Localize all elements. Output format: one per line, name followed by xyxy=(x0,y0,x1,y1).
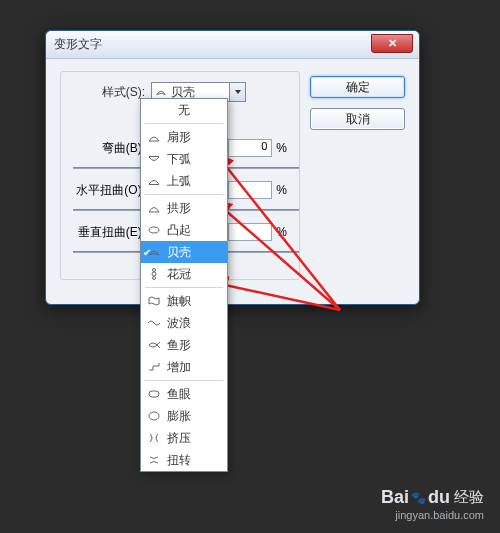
dropdown-item-fish[interactable]: 鱼形 xyxy=(141,334,227,356)
flag-icon xyxy=(147,294,161,308)
dropdown-label: 波浪 xyxy=(167,315,191,332)
check-icon: ✔ xyxy=(143,247,151,258)
dropdown-item-flower[interactable]: 花冠 xyxy=(141,263,227,285)
dropdown-label: 凸起 xyxy=(167,222,191,239)
dropdown-separator xyxy=(145,287,223,288)
dropdown-label: 鱼形 xyxy=(167,337,191,354)
dropdown-label: 贝壳 xyxy=(167,244,191,261)
dropdown-label: 挤压 xyxy=(167,430,191,447)
arc-up-icon xyxy=(147,174,161,188)
watermark: Bai 🐾 du 经验 jingyan.baidu.com xyxy=(381,487,484,521)
style-label: 样式(S): xyxy=(73,84,145,101)
none-label: 无 xyxy=(178,102,190,119)
dropdown-item-arc-down[interactable]: 下弧 xyxy=(141,148,227,170)
close-button[interactable]: ✕ xyxy=(371,34,413,53)
dropdown-item-fisheye[interactable]: 鱼眼 xyxy=(141,383,227,405)
dropdown-item-bulge[interactable]: 凸起 xyxy=(141,219,227,241)
svg-point-4 xyxy=(153,269,156,272)
dropdown-item-none[interactable]: 无 xyxy=(141,99,227,121)
twist-icon xyxy=(147,453,161,467)
watermark-url: jingyan.baidu.com xyxy=(381,509,484,521)
svg-point-7 xyxy=(149,412,159,420)
dropdown-item-rise[interactable]: 增加 xyxy=(141,356,227,378)
svg-rect-0 xyxy=(149,156,159,157)
dropdown-item-arc-up[interactable]: 上弧 xyxy=(141,170,227,192)
titlebar[interactable]: 变形文字 ✕ xyxy=(46,31,419,59)
svg-point-3 xyxy=(152,272,156,276)
v-distort-label: 垂直扭曲(E): xyxy=(73,224,145,241)
dropdown-item-shell[interactable]: ✔贝壳 xyxy=(141,241,227,263)
dropdown-item-twist[interactable]: 扭转 xyxy=(141,449,227,471)
dialog-title: 变形文字 xyxy=(54,36,102,53)
dropdown-label: 上弧 xyxy=(167,173,191,190)
h-distort-input[interactable] xyxy=(228,181,272,199)
arch-icon xyxy=(147,201,161,215)
dropdown-label: 下弧 xyxy=(167,151,191,168)
rise-icon xyxy=(147,360,161,374)
warp-text-dialog: 变形文字 ✕ 样式(S): 贝壳 xyxy=(45,30,420,305)
dropdown-separator xyxy=(145,380,223,381)
close-icon: ✕ xyxy=(388,37,397,49)
svg-point-5 xyxy=(153,277,156,280)
chevron-down-icon xyxy=(229,83,245,101)
ok-button[interactable]: 确定 xyxy=(310,76,405,98)
shell-icon xyxy=(155,86,167,98)
dropdown-label: 膨胀 xyxy=(167,408,191,425)
dropdown-label: 旗帜 xyxy=(167,293,191,310)
h-distort-label: 水平扭曲(O): xyxy=(73,182,145,199)
fisheye-icon xyxy=(147,387,161,401)
fan-icon xyxy=(147,130,161,144)
dropdown-item-inflate[interactable]: 膨胀 xyxy=(141,405,227,427)
svg-rect-1 xyxy=(149,184,159,185)
dropdown-separator xyxy=(145,123,223,124)
paw-icon: 🐾 xyxy=(411,491,426,505)
watermark-brand: Bai 🐾 du 经验 xyxy=(381,487,484,508)
inflate-icon xyxy=(147,409,161,423)
bulge-icon xyxy=(147,223,161,237)
dropdown-label: 增加 xyxy=(167,359,191,376)
dropdown-separator xyxy=(145,194,223,195)
dropdown-label: 鱼眼 xyxy=(167,386,191,403)
dropdown-item-squeeze[interactable]: 挤压 xyxy=(141,427,227,449)
fish-icon xyxy=(147,338,161,352)
squeeze-icon xyxy=(147,431,161,445)
percent-label: % xyxy=(276,225,287,239)
percent-label: % xyxy=(276,141,287,155)
svg-rect-6 xyxy=(149,391,159,397)
percent-label: % xyxy=(276,183,287,197)
wave-icon xyxy=(147,316,161,330)
dialog-buttons: 确定 取消 xyxy=(310,76,405,140)
dropdown-item-flag[interactable]: 旗帜 xyxy=(141,290,227,312)
style-dropdown: 无 扇形下弧上弧 拱形凸起✔贝壳花冠 旗帜波浪鱼形增加 鱼眼膨胀挤压扭转 xyxy=(140,98,228,472)
dropdown-label: 花冠 xyxy=(167,266,191,283)
flower-icon xyxy=(147,267,161,281)
dropdown-label: 拱形 xyxy=(167,200,191,217)
bend-label: 弯曲(B): xyxy=(73,140,145,157)
dropdown-item-fan[interactable]: 扇形 xyxy=(141,126,227,148)
v-distort-input[interactable] xyxy=(228,223,272,241)
arc-down-icon xyxy=(147,152,161,166)
cancel-button[interactable]: 取消 xyxy=(310,108,405,130)
bend-input[interactable]: 0 xyxy=(228,139,272,157)
dropdown-item-arch[interactable]: 拱形 xyxy=(141,197,227,219)
dropdown-label: 扭转 xyxy=(167,452,191,469)
dropdown-label: 扇形 xyxy=(167,129,191,146)
dropdown-item-wave[interactable]: 波浪 xyxy=(141,312,227,334)
svg-point-2 xyxy=(149,227,159,233)
